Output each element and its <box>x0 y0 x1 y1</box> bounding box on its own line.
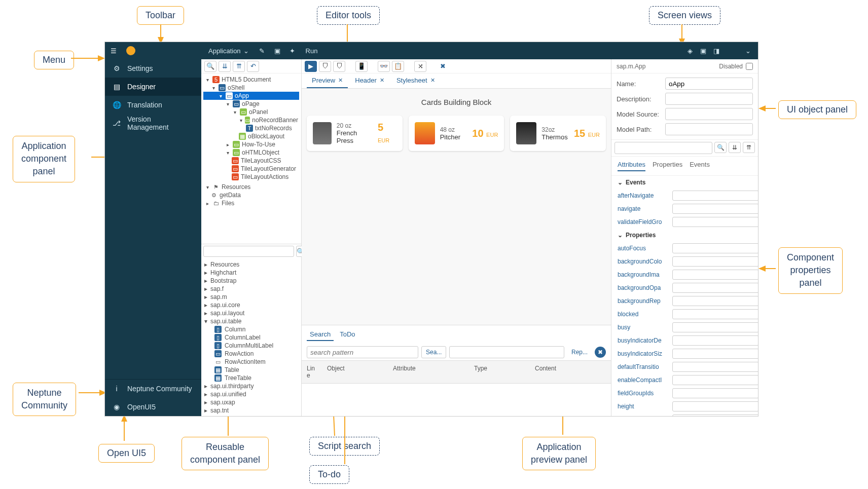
tab-preview[interactable]: Preview✕ <box>307 73 348 88</box>
tab-todo[interactable]: ToDo <box>337 328 358 341</box>
sidebar: ⚙Settings ▤Designer 🌐Translation ⎇Versio… <box>105 59 201 416</box>
reusable-component-panel: 🔍 ⇊ ⇈ ▸Resources ▸Highchart ▸Bootstrap ▸… <box>201 244 301 416</box>
shuffle-icon[interactable]: ⤨ <box>414 61 426 72</box>
object-form: Name: Description: Model Source: Model P… <box>611 73 758 139</box>
property-input[interactable] <box>672 270 758 280</box>
property-row: fieldGroupIds👁 <box>611 387 758 400</box>
callout-screen-views: Screen views <box>649 6 720 25</box>
screen-view-icon-1[interactable]: ◈ <box>685 46 695 56</box>
sidebar-item-translation[interactable]: 🌐Translation <box>105 96 201 114</box>
tab-search[interactable]: Search <box>307 328 334 341</box>
props-collapse-button[interactable]: ⇈ <box>743 142 755 153</box>
screen-view-icon-3[interactable]: ◨ <box>711 46 721 56</box>
name-input[interactable] <box>665 78 753 90</box>
card-item[interactable]: 32ozThermos 15 EUR <box>510 116 606 151</box>
clipboard-icon[interactable]: 📋 <box>392 61 404 72</box>
chevron-down-icon[interactable]: ⌄ <box>618 179 623 186</box>
screen-view-icon-2[interactable]: ▣ <box>698 46 708 56</box>
property-name: busyIndicatorSiz <box>618 350 668 357</box>
property-input[interactable] <box>672 256 758 267</box>
replace-input[interactable] <box>449 346 564 358</box>
props-expand-button[interactable]: ⇊ <box>729 142 741 153</box>
lib-search-input[interactable] <box>203 246 294 257</box>
property-name: blocked <box>618 311 668 318</box>
property-input[interactable] <box>672 335 758 346</box>
sidebar-item-settings[interactable]: ⚙Settings <box>105 59 201 78</box>
shield-icon-2[interactable]: ⛉ <box>333 61 345 72</box>
tab-header[interactable]: Header✕ <box>350 73 389 88</box>
props-list[interactable]: ⌄Events afterNavigate↗navigate↗validateF… <box>611 176 758 416</box>
desc-input[interactable] <box>665 93 753 105</box>
disabled-checkbox[interactable] <box>746 63 753 70</box>
play-button[interactable]: ▶ <box>305 61 317 72</box>
tree-undo-button[interactable]: ↶ <box>247 61 259 72</box>
chevron-down-icon[interactable]: ⌄ <box>743 46 753 56</box>
model-path-input[interactable] <box>665 123 753 135</box>
props-search-input[interactable] <box>614 142 712 154</box>
center-panel: ▶ ⛉ ⛉ 📱 👓 📋 ⤨ ✖ Preview✕ Header✕ Stylesh… <box>302 59 611 416</box>
mobile-icon[interactable]: 📱 <box>355 61 368 72</box>
property-input[interactable] <box>672 349 758 359</box>
lib-list[interactable]: ▸Resources ▸Highchart ▸Bootstrap ▸sap.f … <box>201 258 301 416</box>
close-icon[interactable]: ✕ <box>380 77 384 84</box>
property-input[interactable] <box>672 362 758 372</box>
replace-button[interactable]: Rep... <box>567 346 592 358</box>
binoculars-icon[interactable]: 👓 <box>378 61 390 72</box>
property-row: busyIndicatorSiz👁 <box>611 347 758 360</box>
callout-comp-props: Component properties panel <box>778 247 843 294</box>
save-icon[interactable]: ▣ <box>272 46 282 56</box>
property-input[interactable] <box>672 415 758 416</box>
sidebar-item-designer[interactable]: ▤Designer <box>105 78 201 96</box>
tab-attributes[interactable]: Attributes <box>618 161 645 171</box>
property-row: backgroundRep👁 <box>611 294 758 308</box>
event-input[interactable] <box>672 191 758 201</box>
component-tree[interactable]: ▾5HTML5 Document ▾▭oShell ▾▭oApp ▾▭oPage… <box>201 73 301 244</box>
tree-collapse-up-button[interactable]: ⇈ <box>233 61 245 72</box>
tab-properties[interactable]: Properties <box>653 161 682 171</box>
sidebar-item-openui5[interactable]: ◉OpenUI5 <box>105 398 201 416</box>
property-row: backgroundOpa👁 <box>611 281 758 294</box>
property-input[interactable] <box>672 283 758 293</box>
tree-search-button[interactable]: 🔍 <box>204 61 216 72</box>
event-input[interactable] <box>672 217 758 227</box>
search-pattern-input[interactable] <box>307 346 418 358</box>
property-input[interactable] <box>672 322 758 332</box>
property-input[interactable] <box>672 296 758 306</box>
card-item[interactable]: 20 ozFrench Press 5 EUR <box>307 116 403 151</box>
model-source-input[interactable] <box>665 108 753 120</box>
property-name: height <box>618 403 668 410</box>
menu-icon[interactable]: ☰ <box>105 42 122 59</box>
tree-expand-down-button[interactable]: ⇊ <box>219 61 231 72</box>
edit-icon[interactable]: ✎ <box>257 46 267 56</box>
run-button[interactable]: Run <box>303 45 321 57</box>
card-item[interactable]: 48 ozPitcher 10 EUR <box>409 116 504 151</box>
tree-node-oapp[interactable]: ▾▭oApp <box>203 92 299 100</box>
close-icon[interactable]: ✕ <box>338 77 343 84</box>
clear-search-icon[interactable]: ✖ <box>595 347 606 358</box>
tools-icon[interactable]: ✦ <box>287 46 298 56</box>
property-input[interactable] <box>672 388 758 398</box>
search-button[interactable]: Sea... <box>421 346 446 358</box>
tab-events[interactable]: Events <box>690 161 710 171</box>
close-icon[interactable]: ✕ <box>430 77 435 84</box>
event-name: afterNavigate <box>618 192 668 199</box>
chevron-down-icon[interactable]: ⌄ <box>618 232 623 239</box>
shield-icon-1[interactable]: ⛉ <box>319 61 331 72</box>
application-dropdown[interactable]: Application ⌄ <box>205 45 252 57</box>
product-image-icon <box>415 122 435 144</box>
property-input[interactable] <box>672 243 758 253</box>
property-row: backgroundColo👁 <box>611 255 758 268</box>
sidebar-item-version[interactable]: ⎇Version Management <box>105 114 201 132</box>
property-input[interactable] <box>672 375 758 385</box>
property-name: busyIndicatorDe <box>618 337 668 344</box>
property-name: backgroundRep <box>618 297 668 305</box>
event-input[interactable] <box>672 204 758 214</box>
tab-stylesheet[interactable]: Stylesheet✕ <box>391 73 440 88</box>
props-search-button[interactable]: 🔍 <box>714 142 727 153</box>
callout-script-search: Script search <box>309 437 380 456</box>
sidebar-item-neptune[interactable]: iNeptune Community <box>105 380 201 398</box>
close-red-icon[interactable]: ✖ <box>437 61 449 72</box>
property-input[interactable] <box>672 309 758 319</box>
openui5-icon: ◉ <box>112 403 121 411</box>
property-input[interactable] <box>672 401 758 411</box>
